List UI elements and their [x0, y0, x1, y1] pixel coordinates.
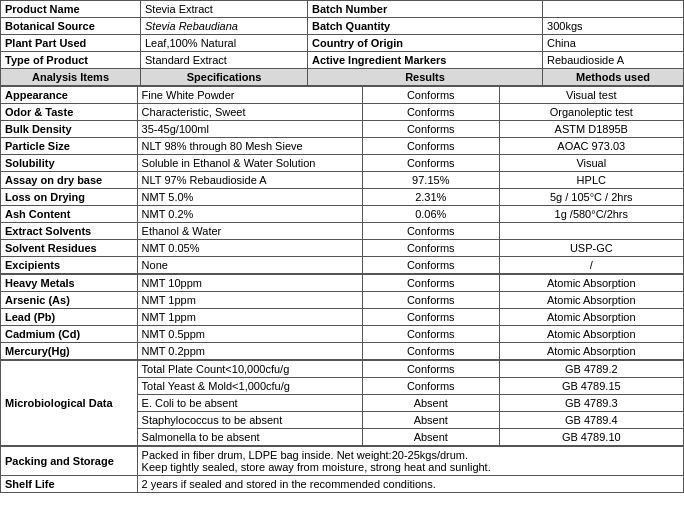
shelf-life-row: Shelf Life 2 years if sealed and stored … — [1, 476, 684, 493]
table-row: Odor & Taste Characteristic, Sweet Confo… — [1, 104, 684, 121]
item-cell: Excipients — [1, 257, 138, 274]
table-row: Loss on Drying NMT 5.0% 2.31% 5g / 105°C… — [1, 189, 684, 206]
spec-cell: NMT 0.2ppm — [137, 343, 362, 360]
result-cell: Conforms — [362, 292, 499, 309]
method-cell: Organoleptic test — [499, 104, 683, 121]
spec-cell: Staphylococcus to be absent — [137, 412, 362, 429]
item-cell: Lead (Pb) — [1, 309, 138, 326]
spec-cell: NMT 0.05% — [137, 240, 362, 257]
table-row: Excipients None Conforms / — [1, 257, 684, 274]
item-cell: Odor & Taste — [1, 104, 138, 121]
result-cell: 2.31% — [362, 189, 499, 206]
packing-row: Packing and Storage Packed in fiber drum… — [1, 447, 684, 476]
batch-qty-label: Batch Quantity — [308, 18, 543, 35]
method-cell: Visual — [499, 155, 683, 172]
method-cell: HPLC — [499, 172, 683, 189]
result-cell: Conforms — [362, 378, 499, 395]
table-row: Solubility Soluble in Ethanol & Water So… — [1, 155, 684, 172]
result-cell: Conforms — [362, 361, 499, 378]
method-cell: AOAC 973.03 — [499, 138, 683, 155]
micro-table: Microbiological Data Total Plate Count<1… — [0, 360, 684, 446]
method-cell: GB 4789.15 — [499, 378, 683, 395]
table-row: Heavy Metals NMT 10ppm Conforms Atomic A… — [1, 275, 684, 292]
table-row: Bulk Density 35-45g/100ml Conforms ASTM … — [1, 121, 684, 138]
method-cell: USP-GC — [499, 240, 683, 257]
result-cell: Conforms — [362, 343, 499, 360]
item-cell: Extract Solvents — [1, 223, 138, 240]
active-label: Active Ingredient Markers — [308, 52, 543, 69]
result-cell: Conforms — [362, 275, 499, 292]
method-cell: / — [499, 257, 683, 274]
result-cell: Conforms — [362, 104, 499, 121]
table-row: Appearance Fine White Powder Conforms Vi… — [1, 87, 684, 104]
table-row: Solvent Residues NMT 0.05% Conforms USP-… — [1, 240, 684, 257]
result-cell: Conforms — [362, 155, 499, 172]
table-row: Mercury(Hg) NMT 0.2ppm Conforms Atomic A… — [1, 343, 684, 360]
analysis-data-table: Appearance Fine White Powder Conforms Vi… — [0, 86, 684, 274]
result-cell: Conforms — [362, 257, 499, 274]
type-row: Type of Product Standard Extract Active … — [1, 52, 684, 69]
table-row: Microbiological Data Total Plate Count<1… — [1, 361, 684, 378]
spec-cell: None — [137, 257, 362, 274]
spec-cell: Total Plate Count<10,000cfu/g — [137, 361, 362, 378]
table-row: Arsenic (As) NMT 1ppm Conforms Atomic Ab… — [1, 292, 684, 309]
result-cell: Conforms — [362, 138, 499, 155]
result-cell: 0.06% — [362, 206, 499, 223]
spec-cell: E. Coli to be absent — [137, 395, 362, 412]
spec-cell: NLT 98% through 80 Mesh Sieve — [137, 138, 362, 155]
spec-cell: NMT 1ppm — [137, 292, 362, 309]
micro-label-cell: Microbiological Data — [1, 361, 138, 446]
shelf-value: 2 years if sealed and stored in the reco… — [137, 476, 683, 493]
packing-label: Packing and Storage — [1, 447, 138, 476]
spec-cell: Ethanol & Water — [137, 223, 362, 240]
item-cell: Bulk Density — [1, 121, 138, 138]
packing-value: Packed in fiber drum, LDPE bag inside. N… — [137, 447, 683, 476]
product-name-label: Product Name — [1, 1, 141, 18]
result-cell: 97.15% — [362, 172, 499, 189]
spec-cell: NMT 0.2% — [137, 206, 362, 223]
spec-cell: NMT 10ppm — [137, 275, 362, 292]
item-cell: Assay on dry base — [1, 172, 138, 189]
country-label: Country of Origin — [308, 35, 543, 52]
batch-number-value — [543, 1, 684, 18]
active-value: Rebaudioside A — [543, 52, 684, 69]
table-row: Lead (Pb) NMT 1ppm Conforms Atomic Absor… — [1, 309, 684, 326]
table-row: Extract Solvents Ethanol & Water Conform… — [1, 223, 684, 240]
result-cell: Conforms — [362, 87, 499, 104]
item-cell: Loss on Drying — [1, 189, 138, 206]
spec-cell: NMT 5.0% — [137, 189, 362, 206]
item-cell: Particle Size — [1, 138, 138, 155]
item-cell: Mercury(Hg) — [1, 343, 138, 360]
table-row: Particle Size NLT 98% through 80 Mesh Si… — [1, 138, 684, 155]
batch-number-label: Batch Number — [308, 1, 543, 18]
col-specifications: Specifications — [141, 69, 308, 86]
result-cell: Conforms — [362, 223, 499, 240]
method-cell: Atomic Absorption — [499, 309, 683, 326]
result-cell: Conforms — [362, 240, 499, 257]
spec-cell: NMT 0.5ppm — [137, 326, 362, 343]
heavy-metals-table: Heavy Metals NMT 10ppm Conforms Atomic A… — [0, 274, 684, 360]
plant-label: Plant Part Used — [1, 35, 141, 52]
item-cell: Ash Content — [1, 206, 138, 223]
spec-cell: NMT 1ppm — [137, 309, 362, 326]
spec-cell: Soluble in Ethanol & Water Solution — [137, 155, 362, 172]
method-cell: Visual test — [499, 87, 683, 104]
plant-part-row: Plant Part Used Leaf,100% Natural Countr… — [1, 35, 684, 52]
botanical-source-row: Botanical Source Stevia Rebaudiana Batch… — [1, 18, 684, 35]
product-name-value: Stevia Extract — [141, 1, 308, 18]
method-cell: GB 4789.3 — [499, 395, 683, 412]
plant-value: Leaf,100% Natural — [141, 35, 308, 52]
footer-table: Packing and Storage Packed in fiber drum… — [0, 446, 684, 493]
col-analysis-items: Analysis Items — [1, 69, 141, 86]
country-value: China — [543, 35, 684, 52]
spec-cell: Salmonella to be absent — [137, 429, 362, 446]
item-cell: Solvent Residues — [1, 240, 138, 257]
method-cell: Atomic Absorption — [499, 343, 683, 360]
method-cell: 5g / 105°C / 2hrs — [499, 189, 683, 206]
batch-qty-value: 300kgs — [543, 18, 684, 35]
analysis-header-row: Analysis Items Specifications Results Me… — [1, 69, 684, 86]
result-cell: Conforms — [362, 326, 499, 343]
method-cell: ASTM D1895B — [499, 121, 683, 138]
method-cell: GB 4789.2 — [499, 361, 683, 378]
spec-cell: 35-45g/100ml — [137, 121, 362, 138]
